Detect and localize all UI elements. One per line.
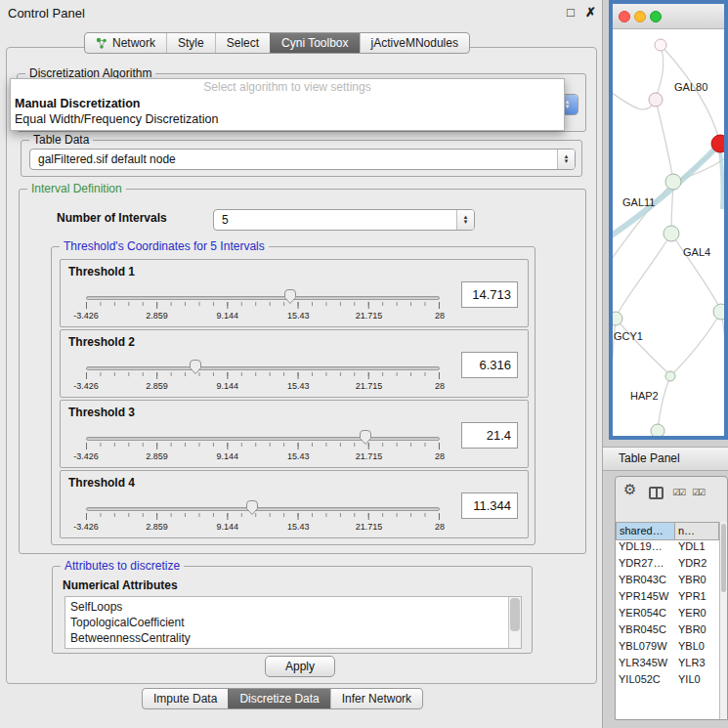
cell[interactable]: YIL0 bbox=[675, 673, 719, 690]
dropdown-option-manual-discretization[interactable]: Manual Discretization bbox=[11, 96, 564, 111]
threshold-label: Threshold 1 bbox=[68, 265, 135, 278]
network-node[interactable] bbox=[651, 424, 664, 436]
table-row[interactable]: YDR27…YDR2 bbox=[616, 557, 719, 574]
slider-track[interactable] bbox=[86, 507, 440, 511]
network-window-titlebar[interactable] bbox=[613, 4, 724, 29]
combo-arrows[interactable]: ▲ ▼ bbox=[456, 210, 474, 230]
network-graph[interactable]: GAL80 GAL11 GAL4 GCY1 HAP2 bbox=[613, 29, 724, 436]
cell[interactable]: YBL079W bbox=[616, 640, 675, 657]
slider-thumb[interactable] bbox=[189, 359, 203, 375]
network-node[interactable] bbox=[665, 371, 675, 381]
selected-network-node[interactable] bbox=[711, 135, 724, 152]
threshold-slider[interactable]: -3.426 2.859 9.144 15.43 21.715 28 bbox=[86, 358, 440, 397]
table-row[interactable]: YLR345WYLR3 bbox=[616, 657, 719, 673]
slider-track[interactable] bbox=[86, 296, 440, 300]
table-row[interactable]: YBR045CYBR0 bbox=[616, 623, 719, 640]
cell[interactable]: YPR145W bbox=[616, 590, 675, 607]
close-icon[interactable]: ✗ bbox=[585, 5, 596, 20]
cell[interactable]: YBL0 bbox=[675, 640, 719, 657]
cell[interactable]: YDR27… bbox=[616, 557, 675, 574]
threshold-slider[interactable]: -3.426 2.859 9.144 15.43 21.715 28 bbox=[86, 287, 440, 326]
threshold-slider[interactable]: -3.426 2.859 9.144 15.43 21.715 28 bbox=[86, 498, 440, 537]
column-header-shared-name[interactable]: shared… bbox=[616, 522, 675, 540]
gear-icon[interactable]: ⚙ bbox=[623, 481, 636, 498]
list-item[interactable]: BetweennessCentrality bbox=[65, 630, 521, 646]
table-row[interactable]: YBL079WYBL0 bbox=[616, 640, 719, 657]
tab-select[interactable]: Select bbox=[215, 33, 270, 53]
threshold-value[interactable]: 21.4 bbox=[461, 422, 518, 449]
table-row[interactable]: YER054CYER0 bbox=[616, 607, 719, 623]
network-canvas[interactable]: GAL80 GAL11 GAL4 GCY1 HAP2 bbox=[613, 29, 724, 436]
tab-impute-data[interactable]: Impute Data bbox=[143, 689, 228, 708]
threshold-label: Threshold 3 bbox=[68, 406, 135, 419]
scrollbar-thumb[interactable] bbox=[721, 524, 726, 592]
interval-definition-group: Interval Definition Number of Intervals … bbox=[19, 189, 586, 554]
tab-cyni-toolbox[interactable]: Cyni Toolbox bbox=[270, 33, 359, 53]
list-scrollbar[interactable] bbox=[508, 597, 521, 648]
slider-track[interactable] bbox=[86, 437, 440, 441]
list-item[interactable]: SelfLoops bbox=[65, 599, 521, 615]
highlighted-edge[interactable] bbox=[613, 145, 719, 238]
table-row[interactable]: YPR145WYPR1 bbox=[616, 590, 719, 607]
column-header-name[interactable]: n… bbox=[675, 522, 719, 540]
network-node[interactable] bbox=[665, 174, 681, 190]
table-row[interactable]: YDL19…YDL1 bbox=[616, 540, 719, 557]
scrollbar-thumb[interactable] bbox=[510, 598, 520, 631]
cell[interactable]: YBR043C bbox=[616, 574, 675, 590]
cell[interactable]: YPR1 bbox=[675, 590, 719, 607]
tab-discretize-data[interactable]: Discretize Data bbox=[228, 689, 329, 708]
slider-thumb[interactable] bbox=[282, 288, 297, 305]
highlighted-edge[interactable] bbox=[719, 145, 723, 209]
cell[interactable]: YER0 bbox=[675, 607, 719, 623]
cell[interactable]: YLR3 bbox=[675, 657, 719, 673]
slider-track[interactable] bbox=[86, 366, 440, 370]
cell[interactable]: YDL19… bbox=[616, 540, 675, 557]
cell[interactable]: YBR0 bbox=[675, 623, 719, 640]
node-label: HAP2 bbox=[630, 390, 659, 402]
network-view-window[interactable]: GAL80 GAL11 GAL4 GCY1 HAP2 bbox=[609, 0, 728, 440]
threshold-value[interactable]: 6.316 bbox=[461, 352, 518, 378]
threshold-value[interactable]: 11.344 bbox=[461, 492, 518, 519]
attributes-list: SelfLoops TopologicalCoefficient Between… bbox=[64, 596, 522, 649]
network-node[interactable] bbox=[613, 312, 622, 325]
tab-jactivemnodules[interactable]: jActiveMNodules bbox=[360, 33, 469, 53]
scale-label: 9.144 bbox=[217, 522, 239, 532]
network-node[interactable] bbox=[655, 39, 666, 51]
cell[interactable]: YBR0 bbox=[675, 574, 719, 590]
columns-icon[interactable] bbox=[649, 487, 664, 499]
network-node[interactable] bbox=[713, 304, 724, 320]
number-of-intervals-combobox[interactable]: 5 ▲ ▼ bbox=[213, 209, 475, 231]
scale-label: 9.144 bbox=[217, 381, 239, 391]
cell[interactable]: YDL1 bbox=[675, 540, 719, 557]
cell[interactable]: YDR2 bbox=[675, 557, 719, 574]
slider-thumb[interactable] bbox=[358, 429, 372, 446]
tab-network[interactable]: Network bbox=[85, 33, 166, 53]
minimize-traffic-light-icon[interactable] bbox=[634, 11, 646, 22]
list-item[interactable]: TopologicalCoefficient bbox=[65, 615, 521, 630]
cell[interactable]: YIL052C bbox=[616, 673, 675, 690]
zoom-traffic-light-icon[interactable] bbox=[650, 11, 662, 22]
tab-infer-network[interactable]: Infer Network bbox=[330, 689, 422, 708]
cell[interactable]: YLR345W bbox=[616, 657, 675, 673]
threshold-slider[interactable]: -3.426 2.859 9.144 15.43 21.715 28 bbox=[86, 428, 440, 467]
apply-button[interactable]: Apply bbox=[265, 656, 335, 677]
table-row[interactable]: YIL052CYIL0 bbox=[616, 673, 719, 690]
threshold-value[interactable]: 14.713 bbox=[461, 281, 518, 308]
select-columns-icon[interactable]: ☑☑ bbox=[672, 488, 684, 497]
combo-down-arrow: ▼ bbox=[463, 220, 469, 225]
tab-style[interactable]: Style bbox=[166, 33, 215, 53]
select-rows-icon[interactable]: ☑☑ bbox=[692, 488, 704, 497]
table-scrollbar[interactable] bbox=[719, 522, 727, 719]
table-row[interactable]: YBR043CYBR0 bbox=[616, 574, 719, 590]
network-node[interactable] bbox=[664, 226, 679, 241]
slider-thumb[interactable] bbox=[245, 499, 260, 516]
cell[interactable]: YBR045C bbox=[616, 623, 675, 640]
combo-arrows[interactable]: ▲ ▼ bbox=[557, 150, 575, 169]
app-root: Control Panel □ ✗ Network Style Select C… bbox=[0, 0, 728, 728]
float-window-icon[interactable]: □ bbox=[567, 5, 575, 20]
cell[interactable]: YER054C bbox=[616, 607, 675, 623]
close-traffic-light-icon[interactable] bbox=[619, 11, 630, 22]
network-node[interactable] bbox=[649, 93, 663, 107]
dropdown-option-equal-width-frequency[interactable]: Equal Width/Frequency Discretization bbox=[11, 111, 564, 127]
table-data-combobox[interactable]: galFiltered.sif default node ▲ ▼ bbox=[29, 149, 576, 170]
